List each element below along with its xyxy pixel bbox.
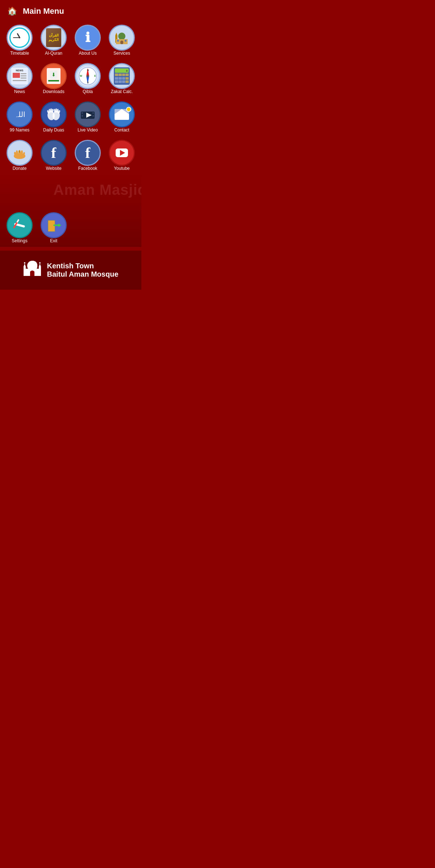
svg-rect-29: [82, 112, 83, 114]
youtube-item[interactable]: Youtube: [107, 140, 137, 171]
facebook-f-icon: f: [51, 144, 56, 162]
news-item[interactable]: NEWS News: [4, 63, 35, 94]
svg-rect-47: [48, 221, 55, 231]
home-icon[interactable]: 🏠: [7, 7, 17, 16]
quran-book: القرآنالكريم: [46, 28, 61, 47]
timetable-item[interactable]: Timetable: [4, 25, 35, 56]
exit-item[interactable]: Exit: [38, 212, 69, 243]
svg-text:N: N: [87, 69, 89, 71]
dailyduas-item[interactable]: Daily Duas: [38, 101, 69, 133]
dailyduas-icon: [41, 101, 67, 127]
calculator-graphic: 0: [114, 67, 130, 85]
facebook-item[interactable]: f Facebook: [72, 140, 103, 171]
svg-text:$: $: [18, 150, 20, 153]
svg-rect-6: [117, 40, 119, 42]
watermark-section: Aman Masjid Settings: [0, 175, 141, 247]
clock-face: [9, 28, 30, 48]
qibla-label: Qibla: [83, 89, 93, 94]
menu-grid-row1: Timetable القرآنالكريم Al-Quran ℹ About …: [0, 21, 141, 59]
99names-icon: اللہ: [7, 101, 33, 127]
download-arrow: ⬇: [51, 72, 56, 77]
hands-svg: [45, 105, 63, 123]
envelope-wrapper: [115, 109, 129, 120]
exit-label: Exit: [50, 238, 57, 243]
donate-svg: $: [9, 142, 30, 163]
youtube-play-button: [116, 148, 128, 157]
downloads-label: Downloads: [43, 89, 64, 94]
settings-icon: [7, 212, 33, 238]
film-svg: [78, 105, 98, 124]
menu-grid-row3: اللہ 99 Names Daily Duas: [0, 98, 141, 136]
svg-rect-31: [92, 112, 94, 114]
svg-marker-53: [24, 264, 26, 267]
facebook-f2-icon: f: [85, 144, 90, 162]
contact-icon: [109, 101, 135, 127]
compass-svg: N S E W: [77, 65, 99, 87]
contact-item[interactable]: Contact: [107, 101, 137, 133]
livevideo-label: Live Video: [78, 127, 98, 133]
svg-text:S: S: [87, 81, 89, 84]
menu-grid-row4: $ Donate f Website f Facebook Youtube: [0, 136, 141, 175]
youtube-triangle: [120, 150, 125, 156]
livevideo-icon: [75, 101, 101, 127]
svg-text:W: W: [80, 75, 82, 77]
svg-rect-45: [16, 219, 19, 223]
services-item[interactable]: Services: [107, 25, 137, 56]
dailyduas-label: Daily Duas: [43, 127, 64, 133]
donate-icon: $: [7, 140, 33, 166]
settings-label: Settings: [12, 238, 27, 243]
download-document: ⬇: [50, 71, 57, 79]
facebook-label: Facebook: [78, 166, 98, 171]
footer-line1: Kentish Town: [47, 262, 118, 270]
settings-item[interactable]: Settings: [4, 212, 35, 243]
svg-rect-55: [39, 267, 41, 276]
donate-item[interactable]: $ Donate: [4, 140, 35, 171]
svg-text:E: E: [94, 75, 96, 77]
news-line-bottom: [13, 80, 26, 81]
svg-marker-49: [58, 223, 61, 227]
99names-label: 99 Names: [10, 127, 30, 133]
svg-rect-7: [125, 40, 127, 42]
services-label: Services: [113, 51, 130, 56]
timetable-label: Timetable: [10, 51, 29, 56]
calc-screen: 0: [115, 68, 129, 73]
zakat-item[interactable]: 0 Zakat Calc.: [107, 63, 137, 94]
website-label: Website: [46, 166, 61, 171]
notification-badge: [126, 107, 131, 112]
website-item[interactable]: f Website: [38, 140, 69, 171]
aboutus-item[interactable]: ℹ About Us: [72, 25, 103, 56]
header: 🏠 Main Menu: [0, 0, 141, 21]
svg-rect-30: [82, 115, 83, 117]
page-title: Main Menu: [23, 7, 64, 16]
empty-cell-2: [107, 212, 137, 243]
svg-marker-56: [39, 264, 41, 267]
downloads-icon: ⬇: [41, 63, 67, 89]
youtube-icon: [109, 140, 135, 166]
zakat-icon: 0: [109, 63, 135, 89]
timetable-icon: [7, 25, 33, 51]
news-icon: NEWS: [7, 63, 33, 89]
download-bar: [48, 80, 59, 81]
footer-mosque-icon: [23, 258, 42, 282]
facebook-icon: f: [75, 140, 101, 166]
svg-point-54: [24, 262, 25, 264]
contact-label: Contact: [114, 127, 129, 133]
allah-calligraphy: اللہ: [14, 110, 25, 119]
footer: Kentish Town Baitul Aman Mosque: [0, 251, 141, 290]
downloads-item[interactable]: ⬇ Downloads: [38, 63, 69, 94]
99names-item[interactable]: اللہ 99 Names: [4, 101, 35, 133]
website-icon: f: [41, 140, 67, 166]
empty-cell-1: [72, 212, 103, 243]
svg-point-16: [87, 75, 89, 77]
quran-arabic-text: القرآنالكريم: [49, 33, 59, 42]
qibla-item[interactable]: N S E W Qibla: [72, 63, 103, 94]
menu-grid-row2: NEWS News ⬇: [0, 59, 141, 98]
alquran-label: Al-Quran: [45, 51, 62, 56]
donate-label: Donate: [13, 166, 27, 171]
alquran-item[interactable]: القرآنالكريم Al-Quran: [38, 25, 69, 56]
news-image-block: [13, 73, 20, 78]
footer-mosque-svg: [23, 258, 42, 278]
settings-svg: [11, 217, 28, 234]
livevideo-item[interactable]: Live Video: [72, 101, 103, 133]
svg-rect-52: [24, 267, 26, 276]
